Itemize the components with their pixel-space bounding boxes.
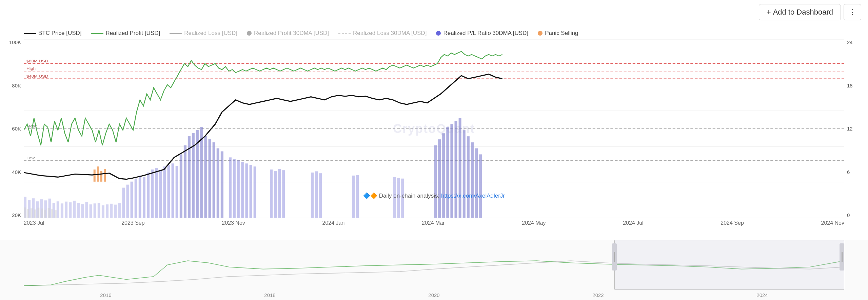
range-handle-right[interactable] <box>840 243 844 271</box>
add-dashboard-label: Add to Dashboard <box>773 8 833 17</box>
svg-rect-85 <box>434 145 437 218</box>
main-chart-area: 100K 80K 60K 40K 20K 24 18 12 6 0 <box>3 39 865 235</box>
svg-rect-70 <box>245 163 248 218</box>
svg-text:$40M USD: $40M USD <box>26 74 48 78</box>
svg-rect-53 <box>172 163 174 218</box>
mini-chart-area: 2016 2018 2020 2022 2024 <box>0 240 868 300</box>
svg-text:High: High <box>26 66 36 71</box>
add-to-dashboard-button[interactable]: + Add to Dashboard <box>759 4 841 20</box>
svg-rect-101 <box>37 208 39 218</box>
svg-rect-99 <box>31 208 33 218</box>
svg-rect-94 <box>471 142 474 218</box>
main-chart-container: BTC Price [USD] Realized Profit [USD] Re… <box>0 26 868 239</box>
svg-rect-98 <box>27 209 29 218</box>
svg-rect-110 <box>104 169 106 182</box>
svg-rect-89 <box>450 124 453 218</box>
svg-rect-28 <box>69 202 72 218</box>
svg-rect-68 <box>237 160 240 218</box>
plus-icon: + <box>767 8 771 17</box>
svg-rect-39 <box>114 205 117 218</box>
legend-item-btc-price[interactable]: BTC Price [USD] <box>24 30 82 37</box>
range-handle-left[interactable] <box>612 243 617 271</box>
svg-rect-63 <box>213 142 215 218</box>
attribution-text: 🔷🔶 Daily on-chain analysis: <box>363 193 441 199</box>
svg-rect-71 <box>250 165 252 218</box>
svg-rect-52 <box>167 165 170 218</box>
svg-rect-65 <box>221 151 223 218</box>
svg-rect-38 <box>110 204 113 218</box>
svg-rect-91 <box>459 118 461 218</box>
svg-rect-34 <box>94 203 96 218</box>
svg-rect-37 <box>106 204 108 218</box>
chart-legend: BTC Price [USD] Realized Profit [USD] Re… <box>3 26 865 39</box>
y-axis-left: 100K 80K 60K 40K 20K <box>3 39 24 218</box>
svg-rect-92 <box>463 130 466 218</box>
svg-rect-62 <box>209 139 211 218</box>
legend-item-pl-ratio[interactable]: Realized P/L Ratio 30DMA [USD] <box>436 30 528 37</box>
attribution: 🔷🔶 Daily on-chain analysis: https://x.co… <box>24 192 844 199</box>
svg-rect-30 <box>77 203 80 218</box>
svg-rect-86 <box>438 139 441 218</box>
attribution-link[interactable]: https://x.com/AxelAdlerJr <box>441 193 505 199</box>
svg-rect-93 <box>467 136 470 218</box>
svg-rect-96 <box>479 154 482 218</box>
svg-rect-29 <box>73 201 76 218</box>
svg-rect-40 <box>118 203 121 218</box>
legend-item-realized-profit-30dma[interactable]: Realized Profit 30DMA [USD] <box>247 30 329 37</box>
svg-text:Low: Low <box>26 156 35 160</box>
svg-rect-95 <box>475 148 478 218</box>
svg-rect-97 <box>24 207 26 218</box>
top-bar: + Add to Dashboard ⋮ <box>752 0 868 24</box>
svg-rect-104 <box>48 208 50 218</box>
x-axis: 2023 Jul 2023 Sep 2023 Nov 2024 Jan 2024… <box>24 218 844 235</box>
svg-rect-43 <box>131 182 133 218</box>
svg-rect-26 <box>61 203 63 218</box>
svg-rect-69 <box>241 162 244 218</box>
svg-rect-67 <box>233 159 236 218</box>
svg-rect-31 <box>81 204 84 218</box>
svg-rect-56 <box>184 145 186 218</box>
svg-rect-100 <box>34 209 36 218</box>
mini-chart-svg <box>24 240 844 290</box>
panic-selling-label: Panic Selling <box>545 30 578 37</box>
svg-rect-109 <box>100 171 102 182</box>
svg-rect-35 <box>98 203 100 218</box>
svg-rect-106 <box>55 210 57 218</box>
svg-rect-36 <box>102 205 104 218</box>
mini-x-axis: 2016 2018 2020 2022 2024 <box>24 290 844 300</box>
svg-rect-33 <box>90 204 92 218</box>
svg-rect-90 <box>455 121 457 218</box>
svg-rect-87 <box>442 133 445 218</box>
svg-text:$80M USD: $80M USD <box>26 59 48 63</box>
svg-rect-107 <box>94 169 96 182</box>
svg-rect-64 <box>217 148 219 218</box>
more-options-button[interactable]: ⋮ <box>844 4 861 20</box>
y-axis-right: 24 18 12 6 0 <box>844 39 865 218</box>
legend-item-realized-profit[interactable]: Realized Profit [USD] <box>91 30 160 37</box>
svg-rect-55 <box>180 154 182 218</box>
svg-rect-25 <box>57 201 59 218</box>
chart-svg-area: $80M USD High $40M USD Mean Low <box>24 39 844 218</box>
svg-rect-88 <box>446 127 449 218</box>
svg-rect-61 <box>204 136 207 218</box>
legend-item-realized-loss[interactable]: Realized Loss [USD] <box>170 30 237 37</box>
svg-rect-105 <box>51 209 53 218</box>
svg-rect-27 <box>65 202 67 218</box>
svg-rect-102 <box>41 208 43 218</box>
legend-item-panic-selling[interactable]: Panic Selling <box>538 30 578 37</box>
svg-rect-66 <box>229 157 232 218</box>
legend-item-realized-loss-30dma[interactable]: Realized Loss 30DMA [USD] <box>338 30 427 37</box>
svg-rect-42 <box>126 185 129 218</box>
svg-rect-32 <box>85 202 88 218</box>
svg-rect-103 <box>44 210 46 218</box>
